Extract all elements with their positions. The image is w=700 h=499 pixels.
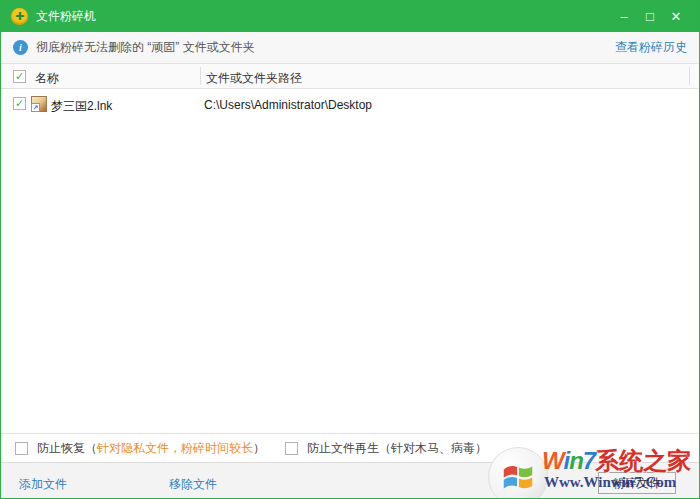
file-shredder-window: ✚ 文件粉碎机 – □ ✕ i 彻底粉碎无法删除的 “顽固” 文件或文件夹 查看…: [0, 0, 700, 499]
title-bar: ✚ 文件粉碎机 – □ ✕: [1, 1, 699, 32]
table-header: ✓ 名称 文件或文件夹路径: [1, 63, 699, 89]
prevent-recovery-checkbox[interactable]: [15, 442, 28, 455]
add-file-button[interactable]: 添加文件: [19, 476, 67, 493]
row-checkbox[interactable]: ✓: [13, 97, 26, 110]
file-path: C:\Users\Administrator\Desktop: [204, 98, 372, 112]
shred-file-button[interactable]: 粉碎文件: [598, 472, 676, 494]
info-icon: i: [13, 40, 28, 55]
option-label: 防止恢复（针对隐私文件，粉碎时间较长）: [37, 440, 265, 457]
info-message: 彻底粉碎无法删除的 “顽固” 文件或文件夹: [36, 39, 255, 56]
app-plus-icon: ✚: [15, 11, 24, 22]
footer-bar: 添加文件 移除文件 粉碎文件: [1, 462, 699, 498]
column-divider: [200, 67, 201, 85]
window-title: 文件粉碎机: [36, 8, 96, 25]
window-controls: – □ ✕: [611, 6, 689, 28]
option-prevent-regeneration[interactable]: 防止文件再生（针对木马、病毒）: [285, 440, 487, 457]
shortcut-arrow-icon: ↗: [31, 103, 40, 112]
column-divider: [689, 67, 690, 85]
minimize-button[interactable]: –: [611, 6, 637, 28]
select-all-checkbox[interactable]: ✓: [13, 70, 26, 83]
close-button[interactable]: ✕: [663, 6, 689, 28]
column-header-path: 文件或文件夹路径: [206, 70, 302, 87]
file-name: 梦三国2.lnk: [51, 98, 112, 115]
view-shred-history-link[interactable]: 查看粉碎历史: [615, 39, 687, 56]
table-row[interactable]: ✓ ↗ 梦三国2.lnk C:\Users\Administrator\Desk…: [1, 93, 699, 117]
remove-file-button[interactable]: 移除文件: [169, 476, 217, 493]
option-label-prefix: 防止恢复（: [37, 441, 97, 455]
shred-options-row: 防止恢复（针对隐私文件，粉碎时间较长） 防止文件再生（针对木马、病毒）: [1, 433, 699, 462]
app-icon: ✚: [11, 8, 28, 25]
column-header-name: 名称: [35, 70, 59, 87]
option-label-prefix: 防止文件再生（针对木马、病毒）: [307, 441, 487, 455]
info-bar: i 彻底粉碎无法删除的 “顽固” 文件或文件夹 查看粉碎历史: [1, 32, 699, 63]
shortcut-file-icon: ↗: [31, 96, 47, 112]
option-label-suffix: ）: [253, 441, 265, 455]
prevent-regeneration-checkbox[interactable]: [285, 442, 298, 455]
option-prevent-recovery[interactable]: 防止恢复（针对隐私文件，粉碎时间较长）: [15, 440, 265, 457]
maximize-button[interactable]: □: [637, 6, 663, 28]
option-label-highlight: 针对隐私文件，粉碎时间较长: [97, 441, 253, 455]
option-label: 防止文件再生（针对木马、病毒）: [307, 440, 487, 457]
